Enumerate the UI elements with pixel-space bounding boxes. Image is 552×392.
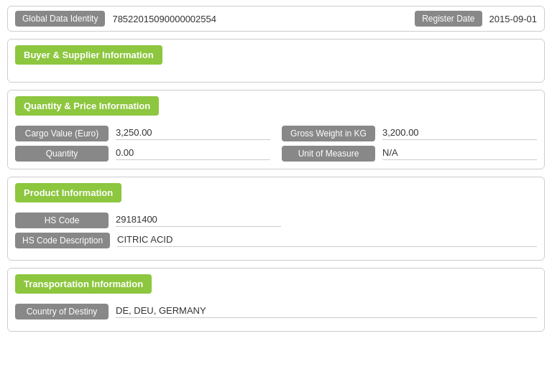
hs-code-label: HS Code bbox=[15, 213, 109, 228]
buyer-supplier-section: Buyer & Supplier Information bbox=[7, 39, 545, 83]
buyer-supplier-header: Buyer & Supplier Information bbox=[15, 45, 162, 65]
hs-desc-label: HS Code Description bbox=[15, 233, 110, 248]
uom-value: N/A bbox=[382, 147, 537, 160]
cod-label: Country of Destiny bbox=[15, 304, 109, 319]
gross-value: 3,200.00 bbox=[382, 127, 537, 140]
hs-code-row: HS Code 29181400 bbox=[15, 213, 537, 228]
product-header: Product Information bbox=[15, 183, 121, 202]
cod-value: DE, DEU, GERMANY bbox=[116, 305, 537, 318]
transportation-section: Transportation Information Country of De… bbox=[7, 268, 545, 332]
uom-col: Unit of Measure N/A bbox=[282, 146, 537, 162]
register-label: Register Date bbox=[415, 11, 482, 27]
product-section: Product Information HS Code 29181400 HS … bbox=[7, 177, 545, 261]
quantity-price-header: Quantity & Price Information bbox=[15, 96, 159, 116]
register-value: 2015-09-01 bbox=[489, 14, 538, 24]
quantity-value: 0.00 bbox=[116, 147, 270, 160]
gross-col: Gross Weight in KG 3,200.00 bbox=[282, 126, 537, 141]
gross-label: Gross Weight in KG bbox=[282, 126, 375, 141]
cargo-col: Cargo Value (Euro) 3,250.00 bbox=[15, 126, 270, 141]
quantity-col: Quantity 0.00 bbox=[15, 146, 270, 162]
quantity-uom-row: Quantity 0.00 Unit of Measure N/A bbox=[15, 146, 537, 162]
gdi-label: Global Data Identity bbox=[15, 11, 105, 27]
quantity-label: Quantity bbox=[15, 146, 109, 162]
cargo-label: Cargo Value (Euro) bbox=[15, 126, 109, 141]
gdi-value: 78522015090000002554 bbox=[112, 14, 400, 24]
cargo-value: 3,250.00 bbox=[116, 127, 270, 140]
uom-label: Unit of Measure bbox=[282, 146, 375, 162]
cargo-gross-row: Cargo Value (Euro) 3,250.00 Gross Weight… bbox=[15, 126, 537, 141]
cod-row: Country of Destiny DE, DEU, GERMANY bbox=[15, 304, 537, 319]
hs-desc-value: CITRIC ACID bbox=[117, 234, 537, 247]
identity-row: Global Data Identity 7852201509000000255… bbox=[7, 6, 545, 32]
hs-code-value: 29181400 bbox=[116, 214, 281, 227]
transportation-header: Transportation Information bbox=[15, 274, 152, 294]
hs-desc-row: HS Code Description CITRIC ACID bbox=[15, 233, 537, 248]
quantity-price-section: Quantity & Price Information Cargo Value… bbox=[7, 90, 545, 169]
